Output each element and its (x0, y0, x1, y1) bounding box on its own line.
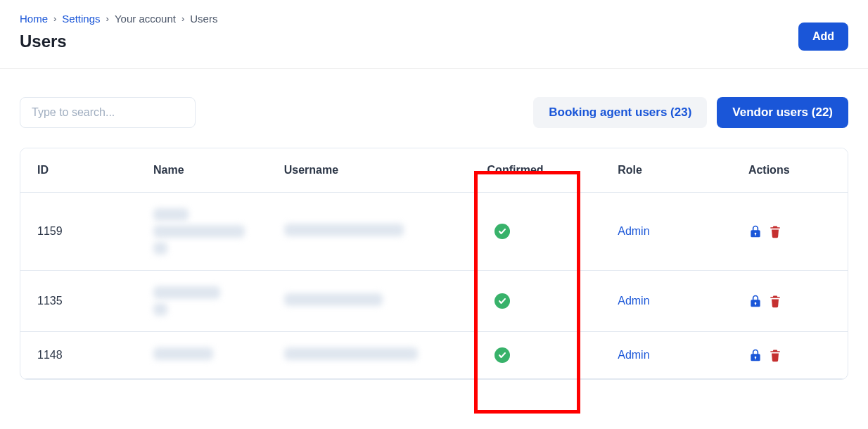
lock-icon[interactable] (748, 224, 762, 239)
col-header-confirmed: Confirmed (471, 148, 601, 193)
redacted-text (284, 293, 383, 306)
cell-name (136, 271, 267, 332)
breadcrumb-settings[interactable]: Settings (62, 13, 100, 25)
lock-icon[interactable] (748, 293, 762, 309)
lock-icon[interactable] (748, 347, 762, 363)
cell-actions (732, 332, 848, 379)
page-header: Home › Settings › Your account › Users U… (0, 0, 868, 69)
cell-name (136, 193, 267, 271)
col-header-id: ID (20, 148, 136, 193)
role-link[interactable]: Admin (618, 225, 649, 237)
redacted-text (153, 208, 189, 221)
col-header-username: Username (267, 148, 471, 193)
add-button[interactable]: Add (798, 23, 848, 51)
check-icon (494, 293, 510, 309)
tab-vendor-users[interactable]: Vendor users (22) (717, 97, 848, 128)
redacted-text (284, 347, 418, 360)
cell-actions (732, 193, 848, 271)
filter-bar: Booking agent users (23) Vendor users (2… (0, 69, 868, 148)
cell-username (267, 271, 471, 332)
cell-role: Admin (601, 332, 732, 379)
cell-id: 1148 (20, 332, 136, 379)
table-row: 1159 Admin (20, 193, 848, 271)
cell-confirmed (471, 271, 601, 332)
breadcrumb-users: Users (190, 13, 217, 25)
breadcrumb: Home › Settings › Your account › Users (20, 13, 217, 25)
cell-username (267, 193, 471, 271)
redacted-text (284, 224, 404, 236)
cell-username (267, 332, 471, 379)
redacted-text (153, 225, 245, 238)
check-icon (494, 224, 510, 239)
cell-confirmed (471, 332, 601, 379)
col-header-actions: Actions (732, 148, 848, 193)
cell-actions (732, 271, 848, 332)
tab-booking-agent-users[interactable]: Booking agent users (23) (533, 97, 707, 128)
role-link[interactable]: Admin (618, 295, 649, 307)
trash-icon[interactable] (768, 293, 782, 309)
header-left: Home › Settings › Your account › Users U… (20, 13, 217, 51)
users-table: ID Name Username Confirmed Role Actions … (20, 148, 848, 380)
cell-id: 1159 (20, 193, 136, 271)
role-link[interactable]: Admin (618, 349, 649, 361)
search-input[interactable] (20, 97, 196, 128)
table-row: 1148 Admin (20, 332, 848, 379)
cell-confirmed (471, 193, 601, 271)
page-title: Users (20, 32, 217, 51)
user-type-tabs: Booking agent users (23) Vendor users (2… (533, 97, 848, 128)
breadcrumb-your-account: Your account (115, 13, 176, 25)
redacted-text (153, 242, 167, 255)
table-row: 1135 Admin (20, 271, 848, 332)
chevron-right-icon: › (106, 13, 109, 24)
chevron-right-icon: › (181, 13, 184, 24)
col-header-name: Name (136, 148, 267, 193)
cell-role: Admin (601, 271, 732, 332)
trash-icon[interactable] (768, 347, 782, 363)
redacted-text (153, 303, 167, 316)
breadcrumb-home[interactable]: Home (20, 13, 48, 25)
check-icon (494, 347, 510, 363)
cell-name (136, 332, 267, 379)
redacted-text (153, 347, 213, 360)
trash-icon[interactable] (768, 224, 782, 239)
cell-role: Admin (601, 193, 732, 271)
cell-id: 1135 (20, 271, 136, 332)
table-header-row: ID Name Username Confirmed Role Actions (20, 148, 848, 193)
redacted-text (153, 286, 220, 299)
chevron-right-icon: › (53, 13, 56, 24)
col-header-role: Role (601, 148, 732, 193)
